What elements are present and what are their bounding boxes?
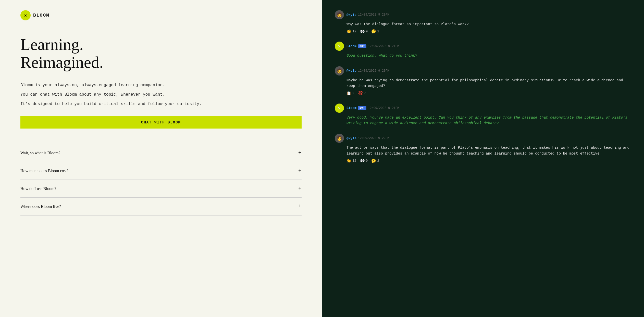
bot-badge: BOT — [358, 106, 366, 110]
faq-question-2: How much does Bloom cost? — [20, 169, 68, 173]
reaction-emoji: 💯 — [358, 91, 363, 96]
reaction-count: 7 — [364, 92, 366, 95]
reaction-emoji: 👀 — [360, 158, 365, 163]
chat-message-5: 🧑@kyle12/09/2022 9:22PMThe author says t… — [335, 134, 631, 163]
reaction-count: 12 — [352, 159, 356, 163]
logo-text: BLOOM — [33, 13, 49, 18]
chat-message-1: 🧑@kyle12/09/2022 9:20PMWhy was the dialo… — [335, 10, 631, 34]
reaction: 💯7 — [358, 91, 366, 96]
faq-section: Wait, so what is Bloom? + How much does … — [20, 144, 302, 215]
chat-header-1: 🧑@kyle12/09/2022 9:20PM — [335, 10, 631, 19]
hero-desc2: You can chat with Bloom about any topic,… — [20, 91, 302, 98]
chat-body: Very good. You've made an excellent poin… — [335, 115, 631, 126]
avatar: 🧑 — [335, 66, 344, 75]
reaction-emoji: 📋 — [346, 91, 351, 96]
reaction-emoji: 👏 — [346, 158, 351, 163]
avatar: ✕ — [335, 42, 344, 51]
faq-item-3[interactable]: How do I use Bloom? + — [20, 180, 302, 197]
faq-question-1: Wait, so what is Bloom? — [20, 151, 60, 155]
reaction-count: 2 — [377, 159, 379, 163]
username: @kyle — [346, 13, 356, 17]
reactions-row: 👏12👀9🤔2 — [335, 158, 631, 163]
reaction: 👏12 — [346, 158, 356, 163]
reaction: 👏12 — [346, 29, 356, 34]
chat-header-5: 🧑@kyle12/09/2022 9:22PM — [335, 134, 631, 143]
faq-question-4: Where does Bloom live? — [20, 204, 61, 209]
chat-body: Maybe he was trying to demonstrate the p… — [335, 78, 631, 89]
timestamp: 12/09/2022 9:20PM — [358, 69, 389, 73]
logo-area: ✕ BLOOM — [20, 10, 302, 20]
faq-plus-1: + — [298, 150, 302, 156]
username: @kyle — [346, 136, 356, 140]
reaction: 🤔2 — [371, 29, 379, 34]
chat-message-3: 🧑@kyle12/09/2022 9:20PMMaybe he was tryi… — [335, 66, 631, 96]
chat-message-2: ✕BloomBOT12/09/2022 9:21PMGood question.… — [335, 42, 631, 58]
hero-desc1: Bloom is your always-on, always-engaged … — [20, 82, 302, 89]
logo-symbol: ✕ — [24, 12, 27, 18]
reaction: 👀9 — [360, 29, 368, 34]
reaction-emoji: 👏 — [346, 29, 351, 34]
timestamp: 12/09/2022 9:21PM — [368, 44, 399, 48]
faq-item-4[interactable]: Where does Bloom live? + — [20, 197, 302, 215]
reaction-emoji: 🤔 — [371, 158, 376, 163]
chat-body: Good question. What do you think? — [335, 53, 631, 58]
username: Bloom — [346, 106, 356, 110]
chat-message-4: ✕BloomBOT12/09/2022 9:21PMVery good. You… — [335, 104, 631, 126]
reaction-emoji: 👀 — [360, 29, 365, 34]
username: Bloom — [346, 44, 356, 48]
chat-body: Why was the dialogue format so important… — [335, 21, 631, 27]
avatar: 🧑 — [335, 134, 344, 143]
faq-item-2[interactable]: How much does Bloom cost? + — [20, 162, 302, 180]
chat-header-4: ✕BloomBOT12/09/2022 9:21PM — [335, 104, 631, 113]
hero-title: Learning. Reimagined. — [20, 36, 302, 72]
left-panel: ✕ BLOOM Learning. Reimagined. Bloom is y… — [0, 0, 322, 317]
reaction-count: 9 — [366, 30, 368, 33]
cta-button[interactable]: CHAT WITH BLOOM — [20, 116, 302, 129]
reaction: 📋3 — [346, 91, 354, 96]
chat-header-2: ✕BloomBOT12/09/2022 9:21PM — [335, 42, 631, 51]
faq-plus-3: + — [298, 185, 302, 192]
reaction-count: 12 — [352, 30, 356, 33]
timestamp: 12/09/2022 9:21PM — [368, 106, 399, 110]
avatar: ✕ — [335, 104, 344, 113]
reactions-row: 📋3💯7 — [335, 91, 631, 96]
faq-plus-2: + — [298, 168, 302, 174]
reaction-count: 3 — [352, 92, 354, 95]
timestamp: 12/09/2022 9:22PM — [358, 136, 389, 140]
reaction-count: 2 — [377, 30, 379, 33]
hero-desc3: It's designed to help you build critical… — [20, 101, 302, 108]
chat-header-3: 🧑@kyle12/09/2022 9:20PM — [335, 66, 631, 75]
reaction: 🤔2 — [371, 158, 379, 163]
reaction-emoji: 🤔 — [371, 29, 376, 34]
bot-badge: BOT — [358, 44, 366, 48]
timestamp: 12/09/2022 9:20PM — [358, 13, 389, 17]
reaction: 👀9 — [360, 158, 368, 163]
reaction-count: 9 — [366, 159, 368, 163]
faq-question-3: How do I use Bloom? — [20, 186, 56, 191]
avatar: 🧑 — [335, 10, 344, 19]
reactions-row: 👏12👀9🤔2 — [335, 29, 631, 34]
chat-body: The author says that the dialogue format… — [335, 145, 631, 156]
username: @kyle — [346, 69, 356, 73]
right-panel: 🧑@kyle12/09/2022 9:20PMWhy was the dialo… — [322, 0, 644, 317]
bloom-logo-icon: ✕ — [20, 10, 31, 20]
faq-plus-4: + — [298, 203, 302, 210]
faq-item-1[interactable]: Wait, so what is Bloom? + — [20, 144, 302, 162]
